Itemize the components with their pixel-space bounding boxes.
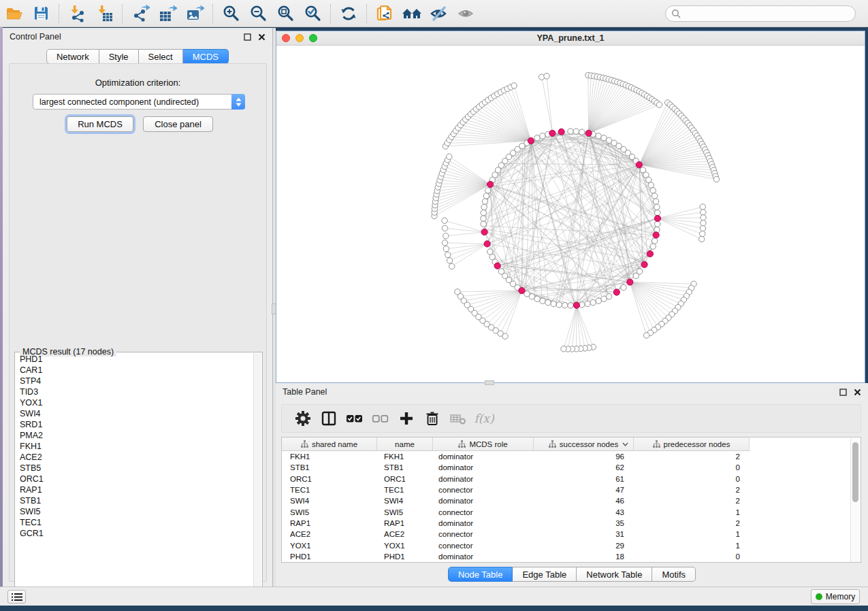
network-canvas[interactable] xyxy=(276,46,865,382)
tab-style[interactable]: Style xyxy=(99,49,139,64)
first-neighbors-button[interactable] xyxy=(398,2,425,25)
select-all-button[interactable] xyxy=(342,406,368,431)
float-panel-icon[interactable] xyxy=(839,388,847,396)
zoom-selected-button[interactable] xyxy=(299,2,326,25)
tab-network-table[interactable]: Network Table xyxy=(577,567,652,582)
column-header-MCDS-role[interactable]: MCDS role xyxy=(433,437,534,450)
table-row[interactable]: ACE2ACE2connector311 xyxy=(282,529,861,540)
export-image-button[interactable] xyxy=(181,2,208,25)
table-row[interactable]: PHD1PHD1dominator180 xyxy=(282,551,861,562)
network-window-titlebar[interactable]: YPA_prune.txt_1 xyxy=(276,31,865,46)
tab-motifs[interactable]: Motifs xyxy=(652,567,696,582)
function-builder-icon: f(x) xyxy=(474,412,494,425)
column-header-shared-name[interactable]: shared name xyxy=(282,437,377,450)
selected-option-text: largest connected component (undirected) xyxy=(33,97,231,107)
table-row[interactable]: ORC1ORC1dominator610 xyxy=(282,474,861,484)
table-row[interactable]: YOX1YOX1connector291 xyxy=(282,540,861,550)
sort-desc-icon xyxy=(622,442,628,446)
mcds-result-item[interactable]: SWI5 xyxy=(16,506,253,517)
ndex-share-button[interactable] xyxy=(371,2,398,25)
table-row[interactable]: SWI4SWI4dominator462 xyxy=(282,495,861,506)
cell-predecessor-nodes: 0 xyxy=(634,552,750,561)
mcds-result-item[interactable]: ORC1 xyxy=(16,474,253,484)
tab-network[interactable]: Network xyxy=(46,49,99,64)
delete-column-button[interactable] xyxy=(419,406,445,431)
table-row[interactable]: FKH1FKH1dominator962 xyxy=(282,451,861,462)
tab-select[interactable]: Select xyxy=(139,49,183,64)
float-panel-icon[interactable] xyxy=(243,33,251,41)
mcds-result-list[interactable]: PHD1CAR1STP4TID3YOX1SWI4SRD1PMA2FKH1ACE2… xyxy=(16,354,253,596)
table-row[interactable]: RAP1RAP1dominator352 xyxy=(282,518,861,529)
mcds-result-item[interactable]: STP4 xyxy=(16,376,253,386)
show-column-button[interactable] xyxy=(316,406,342,431)
mcds-result-item[interactable]: FKH1 xyxy=(16,441,253,452)
mcds-result-item[interactable]: TID3 xyxy=(16,386,253,397)
column-header-successor-nodes[interactable]: successor nodes xyxy=(534,437,634,450)
search-input[interactable] xyxy=(665,5,856,22)
mcds-result-item[interactable]: YOX1 xyxy=(16,397,253,408)
chevron-up-icon xyxy=(236,97,242,101)
control-panel-title: Control Panel xyxy=(10,32,61,42)
deselect-all-button[interactable] xyxy=(368,406,393,431)
table-row[interactable]: TEC1TEC1connector472 xyxy=(282,484,861,495)
horizontal-splitter-handle[interactable] xyxy=(485,380,494,385)
mcds-list-scrollbar[interactable] xyxy=(253,353,261,597)
task-history-button[interactable] xyxy=(7,590,26,604)
export-network-button[interactable] xyxy=(127,2,154,25)
column-header-name[interactable]: name xyxy=(377,437,433,450)
open-file-button[interactable] xyxy=(0,2,27,25)
zoom-in-button[interactable] xyxy=(217,2,244,25)
table-scrollbar-thumb[interactable] xyxy=(852,442,858,502)
zoom-out-button[interactable] xyxy=(244,2,272,25)
cell-MCDS-role: dominator xyxy=(433,475,534,483)
close-panel-button[interactable]: Close panel xyxy=(143,116,213,132)
mcds-result-item[interactable]: STB1 xyxy=(16,495,253,506)
table-mode-button[interactable] xyxy=(290,406,316,431)
memory-status-dot xyxy=(816,593,822,600)
mcds-result-item[interactable]: GCR1 xyxy=(16,528,253,539)
column-header-predecessor-nodes[interactable]: predecessor nodes xyxy=(634,437,750,450)
shared-column-icon xyxy=(301,440,308,448)
show-all-button[interactable] xyxy=(453,2,480,25)
zoom-fit-button[interactable] xyxy=(272,2,299,25)
mcds-result-item[interactable]: TEC1 xyxy=(16,517,253,528)
delete-table-button[interactable] xyxy=(445,406,471,431)
mcds-result-item[interactable]: SWI4 xyxy=(16,408,253,419)
node-table: shared namenameMCDS rolesuccessor nodesp… xyxy=(281,437,861,563)
cell-shared-name: ORC1 xyxy=(282,475,377,483)
table-row[interactable]: SWI5SWI5connector431 xyxy=(282,506,861,517)
cell-MCDS-role: dominator xyxy=(433,519,534,527)
cell-successor-nodes: 31 xyxy=(534,530,634,538)
select-all-icon xyxy=(346,410,364,427)
hide-selection-button[interactable] xyxy=(425,2,453,25)
function-builder-button[interactable]: f(x) xyxy=(471,406,497,431)
mcds-result-item[interactable]: PHD1 xyxy=(16,354,253,365)
tab-node-table[interactable]: Node Table xyxy=(448,567,513,582)
cell-successor-nodes: 96 xyxy=(534,452,634,461)
close-panel-icon[interactable] xyxy=(853,388,861,396)
close-panel-icon[interactable] xyxy=(257,33,266,41)
tab-edge-table[interactable]: Edge Table xyxy=(513,567,577,582)
mcds-result-item[interactable]: CAR1 xyxy=(16,365,253,376)
cell-predecessor-nodes: 1 xyxy=(634,542,750,550)
mcds-result-item[interactable]: STB5 xyxy=(16,463,253,474)
cell-name: ORC1 xyxy=(377,475,433,483)
tab-mcds[interactable]: MCDS xyxy=(183,49,229,64)
mcds-result-item[interactable]: PMA2 xyxy=(16,430,253,441)
add-column-button[interactable] xyxy=(393,406,419,431)
optimization-criterion-select[interactable]: largest connected component (undirected) xyxy=(33,94,245,110)
mcds-result-item[interactable]: SRD1 xyxy=(16,419,253,430)
deselect-all-icon xyxy=(372,410,389,427)
export-table-button[interactable] xyxy=(154,2,181,25)
mcds-result-item[interactable]: RAP1 xyxy=(16,484,253,495)
run-mcds-button[interactable]: Run MCDS xyxy=(67,116,133,132)
mcds-result-item[interactable]: ACE2 xyxy=(16,452,253,463)
import-network-button[interactable] xyxy=(63,2,91,25)
table-scrollbar[interactable] xyxy=(850,438,860,562)
table-row[interactable]: STB1STB1dominator620 xyxy=(282,462,861,473)
save-session-button[interactable] xyxy=(27,2,54,25)
refresh-view-button[interactable] xyxy=(335,2,362,25)
memory-button[interactable]: Memory xyxy=(811,589,860,604)
import-table-button[interactable] xyxy=(91,2,118,25)
shared-column-icon xyxy=(458,440,466,448)
